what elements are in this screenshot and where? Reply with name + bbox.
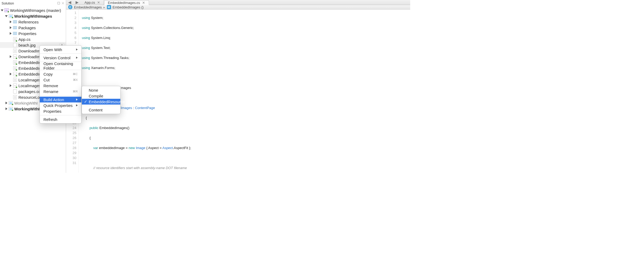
chevron-right-icon <box>76 98 78 101</box>
tree-properties-folder[interactable]: Properties <box>0 31 66 36</box>
tree-packages[interactable]: Packages <box>0 25 66 31</box>
menu-quick-properties[interactable]: Quick Properties <box>40 102 81 108</box>
menu-open-with[interactable]: Open With <box>40 47 81 52</box>
build-action-submenu[interactable]: None Compile ✓EmbeddedResource Content <box>82 86 121 114</box>
menu-open-containing-folder[interactable]: Open Containing Folder <box>40 63 81 69</box>
menu-buildaction-embedded[interactable]: ✓EmbeddedResource <box>82 99 120 105</box>
menu-rename[interactable]: Rename⌘R <box>40 88 81 94</box>
editor-tabbar: ◀ ▶ App.cs ✕ EmbeddedImages.cs ✕ <box>66 0 410 5</box>
close-icon[interactable]: ✕ <box>142 1 145 5</box>
menu-build-action[interactable]: Build Action <box>40 97 81 102</box>
menu-refresh[interactable]: Refresh <box>40 116 81 122</box>
class-icon: C <box>68 5 72 9</box>
nav-forward-icon[interactable]: ▶ <box>76 0 79 5</box>
svg-rect-0 <box>58 2 60 4</box>
close-icon[interactable]: ✕ <box>97 1 100 4</box>
breadcrumb-method[interactable]: EmbeddedImages () <box>113 5 144 9</box>
tree-solution-root[interactable]: WorkingWithImages (master) <box>0 7 66 13</box>
close-panel-icon[interactable] <box>62 2 64 4</box>
undock-icon[interactable] <box>57 2 60 4</box>
menu-buildaction-none[interactable]: None <box>82 87 120 93</box>
chevron-right-icon: ▸ <box>103 5 105 9</box>
tab-embedded-images[interactable]: EmbeddedImages.cs ✕ <box>104 0 149 5</box>
chevron-right-icon <box>76 57 78 59</box>
menu-cut[interactable]: Cut⌘X <box>40 77 81 83</box>
method-icon: M <box>107 5 111 9</box>
menu-copy[interactable]: Copy⌘C <box>40 71 81 77</box>
chevron-right-icon <box>76 48 78 51</box>
tree-file-appcs[interactable]: App.cs <box>0 36 66 42</box>
tab-app-cs[interactable]: App.cs ✕ <box>81 0 104 5</box>
breadcrumb-class[interactable]: EmbeddedImages <box>74 5 102 9</box>
menu-version-control[interactable]: Version Control <box>40 55 81 61</box>
context-menu[interactable]: Open With Version Control Open Containin… <box>39 45 82 124</box>
solution-title: Solution <box>2 1 14 5</box>
menu-buildaction-compile[interactable]: Compile <box>82 93 120 99</box>
chevron-right-icon <box>76 104 78 106</box>
nav-back-icon[interactable]: ◀ <box>68 0 71 5</box>
breadcrumb: C EmbeddedImages ▸ M EmbeddedImages () <box>66 5 410 9</box>
tree-project[interactable]: WorkingWithImages <box>0 13 66 19</box>
check-icon: ✓ <box>84 99 87 104</box>
tree-references[interactable]: References <box>0 19 66 25</box>
menu-properties[interactable]: Properties <box>40 108 81 114</box>
menu-buildaction-content[interactable]: Content <box>82 107 120 113</box>
solution-header: Solution <box>0 0 66 6</box>
menu-remove[interactable]: Remove <box>40 83 81 88</box>
